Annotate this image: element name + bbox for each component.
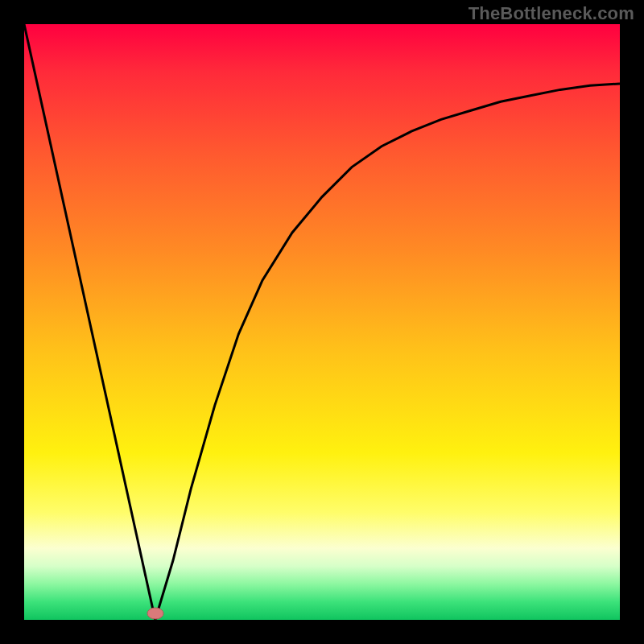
svg-point-0 [147,608,163,619]
watermark-text: TheBottleneck.com [469,3,634,24]
bottleneck-curve [24,24,620,620]
optimal-point-marker [146,605,165,621]
chart-container: TheBottleneck.com [0,0,644,644]
curve-left [24,24,155,620]
plot-area [24,24,620,620]
curve-right [155,84,620,620]
